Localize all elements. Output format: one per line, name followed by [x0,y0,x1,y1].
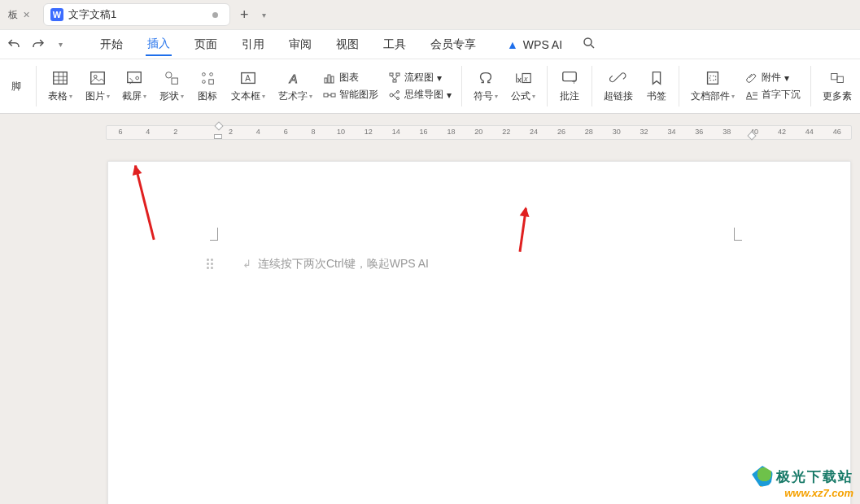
more-button[interactable]: 更多素 [816,59,858,113]
ribbon-insert: 脚 表格▾ 图片▾ 截屏▾ 形状▾ 图标 A 文本框▾ A 艺术字▾ 图表 智 [0,59,860,114]
textbox-icon: A [239,69,257,87]
menu-review[interactable]: 审阅 [287,34,313,55]
svg-text:+: + [572,78,576,86]
symbol-button[interactable]: 符号▾ [467,59,504,113]
svg-point-12 [203,73,206,76]
svg-line-33 [393,92,397,95]
smartart-icon [323,89,336,102]
paragraph-drag-handle[interactable] [207,259,213,269]
attachment-button[interactable]: 附件▾ [745,71,801,85]
margin-corner-right [734,228,742,241]
svg-rect-15 [209,80,214,85]
dropcap-icon: A [745,89,758,102]
menu-reference[interactable]: 引用 [240,34,266,55]
ai-placeholder: ↲ 连续按下两次Ctrl键，唤起WPS AI [242,257,429,272]
svg-line-1 [591,45,594,48]
picture-button[interactable]: 图片▾ [79,59,116,113]
equation-button[interactable]: x 公式▾ [504,59,542,113]
svg-rect-46 [837,76,843,82]
horizontal-ruler[interactable]: 6 4 2 2 4 6 8 10 12 14 16 18 20 22 24 26… [106,125,852,140]
wps-ai-button[interactable]: ▲ WPS AI [507,38,562,51]
shape-button[interactable]: 形状▾ [153,59,190,113]
menu-page[interactable]: 页面 [193,34,219,55]
svg-rect-40 [709,76,715,80]
svg-rect-27 [393,80,396,82]
svg-rect-45 [832,74,837,80]
undo-dropdown[interactable]: ▾ [55,40,66,49]
svg-point-13 [210,73,213,76]
new-tab-button[interactable]: + [234,7,255,24]
table-button[interactable]: 表格▾ [41,59,79,113]
icons-button[interactable]: 图标 [190,59,225,113]
paragraph-mark-icon: ↲ [242,258,251,270]
comment-button[interactable]: + 批注 [552,59,587,113]
watermark-title: 极光下载站 [776,467,853,486]
mindmap-icon [388,89,401,102]
watermark: 极光下载站 www.xz7.com [752,466,853,499]
prev-tab-stub: 板 ✕ [3,3,40,26]
watermark-logo-icon [752,466,773,487]
svg-text:A: A [288,72,297,85]
svg-line-28 [391,76,395,80]
redo-icon[interactable] [31,37,46,52]
indent-marker-bottom[interactable] [214,134,222,139]
menu-member[interactable]: 会员专享 [429,34,478,55]
hyperlink-button[interactable]: 超链接 [597,59,640,113]
comment-icon: + [561,69,578,87]
svg-point-0 [584,38,592,46]
chart-button[interactable]: 图表 [323,71,378,85]
mindmap-button[interactable]: 思维导图▾ [388,88,452,102]
menu-start[interactable]: 开始 [98,34,124,55]
svg-point-10 [166,72,172,78]
screenshot-button[interactable]: 截屏▾ [116,59,154,113]
menu-items: 开始 插入 页面 引用 审阅 视图 工具 会员专享 [82,33,478,56]
link-icon [609,69,627,87]
wordart-button[interactable]: A 艺术字▾ [272,59,319,113]
flowchart-mindmap-group: 流程图▾ 思维导图▾ [383,59,456,113]
prev-tab-close[interactable]: ✕ [18,8,35,22]
document-title: 文字文稿1 [68,7,207,22]
svg-text:x: x [523,75,528,83]
header-footer-stub[interactable]: 脚 [2,59,31,113]
undo-redo-group: ▾ [7,37,76,52]
wordart-icon: A [286,69,304,87]
svg-point-30 [390,93,393,97]
textbox-button[interactable]: A 文本框▾ [225,59,272,113]
undo-icon[interactable] [7,37,21,52]
doc-parts-icon [704,69,722,87]
menu-view[interactable]: 视图 [334,34,360,55]
menu-tools[interactable]: 工具 [382,34,408,55]
dropcap-button[interactable]: A 首字下沉 [745,88,801,102]
svg-point-32 [397,97,399,99]
search-icon[interactable] [582,36,596,54]
grid-icon [199,69,216,87]
wps-ai-label: WPS AI [523,38,562,51]
svg-line-29 [395,76,398,80]
paperclip-icon [745,72,758,85]
menu-insert[interactable]: 插入 [146,33,172,56]
svg-rect-21 [331,76,334,83]
unsaved-dot-icon [212,12,218,18]
flowchart-button[interactable]: 流程图▾ [388,71,452,85]
bookmark-button[interactable]: 书签 [640,59,674,113]
doc-parts-button[interactable]: 文档部件▾ [684,59,741,113]
document-tab[interactable]: W 文字文稿1 [43,3,230,26]
svg-rect-39 [707,72,718,85]
svg-rect-23 [331,93,335,97]
equation-icon: x [514,69,532,87]
scissors-icon [125,69,143,87]
tab-list-dropdown[interactable]: ▾ [259,11,269,20]
document-page[interactable] [107,161,851,504]
svg-rect-19 [325,78,327,83]
svg-rect-20 [328,75,330,83]
ai-spark-icon: ▲ [507,38,518,51]
tab-bar: 板 ✕ W 文字文稿1 + ▾ [0,0,860,29]
chart-smart-group: 图表 智能图形 [318,59,383,113]
margin-corner-left [210,228,218,241]
svg-rect-2 [54,72,68,85]
svg-rect-22 [324,93,328,97]
svg-text:A: A [746,90,753,100]
bookmark-icon [648,69,666,87]
svg-text:A: A [245,74,251,83]
smart-graphic-button[interactable]: 智能图形 [323,88,378,102]
